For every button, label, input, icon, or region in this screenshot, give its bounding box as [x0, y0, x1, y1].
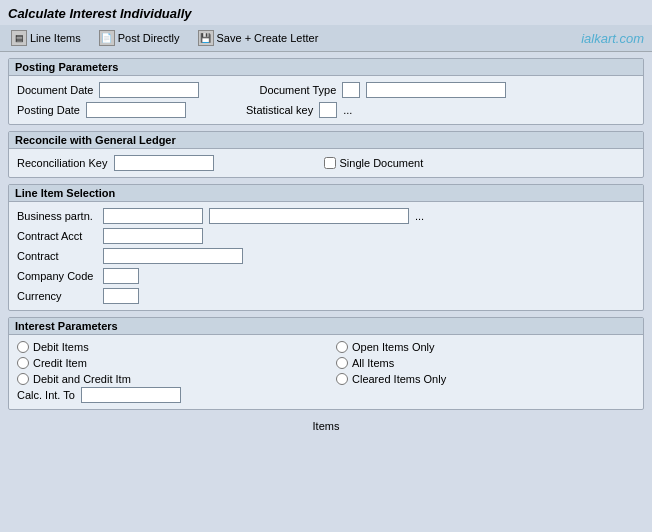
posting-date-input[interactable] — [86, 102, 186, 118]
interest-params-header: Interest Parameters — [9, 318, 643, 335]
all-items-row: All Items — [336, 357, 635, 369]
posting-params-section: Posting Parameters Document Date Documen… — [8, 58, 644, 125]
stat-key-col: Statistical key ... — [246, 102, 352, 118]
posting-params-row2: Posting Date Statistical key ... — [17, 102, 635, 118]
posting-date-label: Posting Date — [17, 104, 80, 116]
title-bar: Calculate Interest Individually — [0, 0, 652, 25]
page-title: Calculate Interest Individually — [8, 6, 192, 21]
credit-item-radio[interactable] — [17, 357, 29, 369]
biz-partner-input[interactable] — [103, 208, 203, 224]
cleared-items-radio[interactable] — [336, 373, 348, 385]
single-doc-checkbox[interactable] — [324, 157, 336, 169]
items-label: Items — [313, 420, 340, 432]
recon-key-col: Reconciliation Key — [17, 155, 214, 171]
post-directly-icon: 📄 — [99, 30, 115, 46]
posting-params-header: Posting Parameters — [9, 59, 643, 76]
reconcile-body: Reconciliation Key Single Document — [9, 149, 643, 177]
biz-partner-dots: ... — [415, 210, 424, 222]
open-items-label: Open Items Only — [352, 341, 435, 353]
biz-partner-row: Business partn. ... — [17, 208, 635, 224]
all-items-radio[interactable] — [336, 357, 348, 369]
line-items-button[interactable]: ▤ Line Items — [8, 29, 84, 47]
debit-items-radio[interactable] — [17, 341, 29, 353]
stat-key-dots: ... — [343, 104, 352, 116]
open-items-radio[interactable] — [336, 341, 348, 353]
save-create-label: Save + Create Letter — [217, 32, 319, 44]
doc-type-label: Document Type — [259, 84, 336, 96]
reconcile-row: Reconciliation Key Single Document — [17, 155, 635, 171]
line-item-selection-body: Business partn. ... Contract Acct Contra… — [9, 202, 643, 310]
post-directly-button[interactable]: 📄 Post Directly — [96, 29, 183, 47]
company-code-row: Company Code — [17, 268, 635, 284]
toolbar: ▤ Line Items 📄 Post Directly 💾 Save + Cr… — [0, 25, 652, 52]
debit-credit-label: Debit and Credit Itm — [33, 373, 131, 385]
doc-date-label: Document Date — [17, 84, 93, 96]
posting-params-body: Document Date Document Type Posting Date… — [9, 76, 643, 124]
biz-partner-label: Business partn. — [17, 210, 97, 222]
single-doc-col: Single Document — [324, 157, 424, 169]
reconcile-header: Reconcile with General Ledger — [9, 132, 643, 149]
cleared-items-row: Cleared Items Only — [336, 373, 635, 385]
stat-key-label: Statistical key — [246, 104, 313, 116]
all-items-label: All Items — [352, 357, 394, 369]
debit-credit-radio[interactable] — [17, 373, 29, 385]
interest-params-body: Debit Items Open Items Only Credit Item … — [9, 335, 643, 409]
post-directly-label: Post Directly — [118, 32, 180, 44]
contract-label: Contract — [17, 250, 97, 262]
open-items-row: Open Items Only — [336, 341, 635, 353]
doc-type-col: Document Type — [259, 82, 506, 98]
contract-input[interactable] — [103, 248, 243, 264]
doc-type-input[interactable] — [342, 82, 360, 98]
line-item-selection-section: Line Item Selection Business partn. ... … — [8, 184, 644, 311]
contract-row: Contract — [17, 248, 635, 264]
save-create-icon: 💾 — [198, 30, 214, 46]
line-item-selection-header: Line Item Selection — [9, 185, 643, 202]
debit-items-row: Debit Items — [17, 341, 316, 353]
currency-row: Currency — [17, 288, 635, 304]
currency-label: Currency — [17, 290, 97, 302]
line-items-label: Line Items — [30, 32, 81, 44]
calc-int-to-label: Calc. Int. To — [17, 389, 75, 401]
doc-date-col: Document Date — [17, 82, 199, 98]
watermark-text: ialkart.com — [581, 31, 644, 46]
interest-params-section: Interest Parameters Debit Items Open Ite… — [8, 317, 644, 410]
credit-item-row: Credit Item — [17, 357, 316, 369]
debit-credit-row: Debit and Credit Itm — [17, 373, 316, 385]
contract-acct-input[interactable] — [103, 228, 203, 244]
reconcile-section: Reconcile with General Ledger Reconcilia… — [8, 131, 644, 178]
credit-item-label: Credit Item — [33, 357, 87, 369]
recon-key-label: Reconciliation Key — [17, 157, 108, 169]
posting-date-col: Posting Date — [17, 102, 186, 118]
contract-acct-label: Contract Acct — [17, 230, 97, 242]
save-create-button[interactable]: 💾 Save + Create Letter — [195, 29, 322, 47]
calc-int-to-row: Calc. Int. To — [17, 387, 635, 403]
main-content: Posting Parameters Document Date Documen… — [0, 52, 652, 442]
line-items-icon: ▤ — [11, 30, 27, 46]
interest-grid: Debit Items Open Items Only Credit Item … — [17, 341, 635, 385]
items-label-row: Items — [8, 416, 644, 436]
biz-partner-text-input[interactable] — [209, 208, 409, 224]
cleared-items-label: Cleared Items Only — [352, 373, 446, 385]
debit-items-label: Debit Items — [33, 341, 89, 353]
stat-key-input[interactable] — [319, 102, 337, 118]
single-doc-label: Single Document — [340, 157, 424, 169]
currency-input[interactable] — [103, 288, 139, 304]
doc-type-text-input[interactable] — [366, 82, 506, 98]
recon-key-input[interactable] — [114, 155, 214, 171]
calc-int-to-input[interactable] — [81, 387, 181, 403]
company-code-input[interactable] — [103, 268, 139, 284]
doc-date-input[interactable] — [99, 82, 199, 98]
contract-acct-row: Contract Acct — [17, 228, 635, 244]
company-code-label: Company Code — [17, 270, 97, 282]
posting-params-row1: Document Date Document Type — [17, 82, 635, 98]
